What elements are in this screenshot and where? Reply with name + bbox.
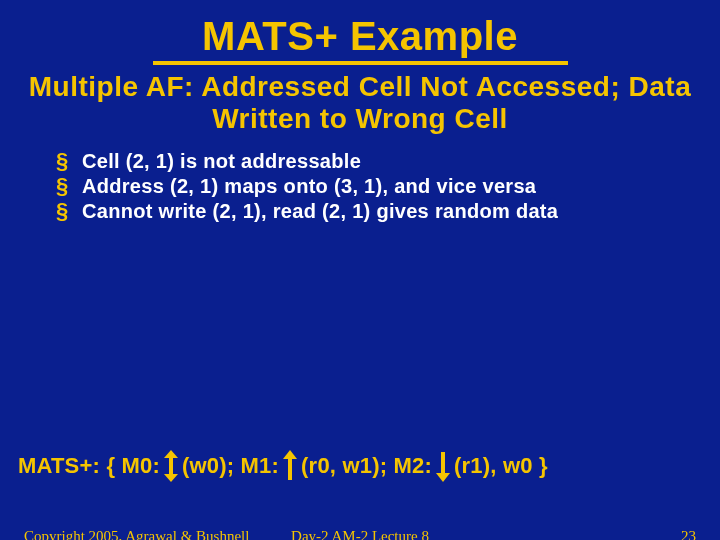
bullet-text: Cannot write (2, 1), read (2, 1) gives r… (82, 199, 558, 224)
svg-marker-4 (283, 450, 297, 459)
svg-rect-5 (441, 452, 445, 476)
mats-seg2: (r0, w1); M2: (301, 453, 432, 479)
mats-prefix: MATS+: { M0: (18, 453, 160, 479)
slide-subtitle: Multiple AF: Addressed Cell Not Accessed… (22, 71, 698, 135)
svg-marker-2 (164, 474, 178, 482)
list-item: § Cell (2, 1) is not addressable (56, 149, 720, 174)
bullet-list: § Cell (2, 1) is not addressable § Addre… (56, 149, 720, 224)
list-item: § Address (2, 1) maps onto (3, 1), and v… (56, 174, 720, 199)
arrow-up-icon (283, 450, 297, 482)
svg-marker-6 (436, 473, 450, 482)
bullet-text: Cell (2, 1) is not addressable (82, 149, 361, 174)
title-underline (153, 61, 568, 65)
mats-seg3: (r1), w0 } (454, 453, 548, 479)
arrow-down-icon (436, 450, 450, 482)
svg-marker-1 (164, 450, 178, 458)
bullet-icon: § (56, 175, 82, 197)
svg-rect-3 (288, 456, 292, 480)
footer-page-number: 23 (681, 528, 696, 540)
slide-title: MATS+ Example (0, 14, 720, 59)
bullet-icon: § (56, 200, 82, 222)
mats-seg1: (w0); M1: (182, 453, 279, 479)
list-item: § Cannot write (2, 1), read (2, 1) gives… (56, 199, 720, 224)
footer-lecture: Day-2 AM-2 Lecture 8 (0, 528, 720, 540)
bullet-text: Address (2, 1) maps onto (3, 1), and vic… (82, 174, 536, 199)
arrow-up-down-icon (164, 450, 178, 482)
mats-expression: MATS+: { M0: (w0); M1: (r0, w1); M2: (r1… (18, 450, 548, 482)
bullet-icon: § (56, 150, 82, 172)
